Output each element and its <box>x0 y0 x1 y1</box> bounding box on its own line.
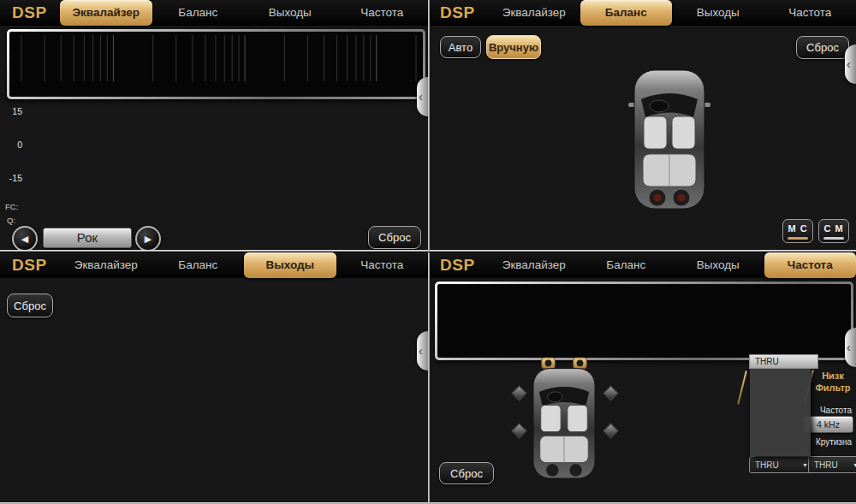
tab-balance[interactable]: Баланс <box>152 0 245 26</box>
tab-outputs[interactable]: Выходы <box>672 0 764 26</box>
cm-underline <box>823 237 844 240</box>
edge-handle[interactable]: ‹ <box>417 331 428 371</box>
slope-dropdown-selected[interactable]: THRU <box>749 354 818 369</box>
speaker-icon <box>603 385 618 400</box>
tab-balance[interactable]: Баланс <box>152 252 245 278</box>
edge-handle[interactable]: ‹ <box>845 328 856 367</box>
eq-scale-mid: 0 <box>2 139 22 150</box>
speaker-icon <box>511 423 526 438</box>
balance-panel: DSPЭквалайзерБалансВыходыЧастота Авто Вр… <box>428 0 856 252</box>
tab-frequency[interactable]: Частота <box>336 0 429 26</box>
outputs-reset-button[interactable]: Сброс <box>7 294 53 317</box>
auto-button[interactable]: Авто <box>440 36 481 58</box>
tab-outputs[interactable]: Выходы <box>244 252 336 278</box>
mc-label: M C <box>788 223 807 234</box>
q-row-label: Q: <box>7 216 15 225</box>
fc-row-label: FC: <box>5 202 18 211</box>
caret-down-icon: ▼ <box>853 462 856 468</box>
tab-balance[interactable]: Баланс <box>580 0 673 26</box>
hpf-slope-select[interactable]: THRU▼ <box>808 456 856 473</box>
dsp-logo: DSP <box>428 252 488 278</box>
slope-dropdown-list <box>750 368 811 456</box>
header-equalizer: DSPЭквалайзерБалансВыходыЧастота <box>0 0 428 26</box>
header-balance: DSPЭквалайзерБалансВыходыЧастота <box>428 0 856 26</box>
tab-equalizer[interactable]: Эквалайзер <box>60 0 152 26</box>
tab-frequency[interactable]: Частота <box>764 0 856 26</box>
left-filter-tab-edge <box>737 371 747 404</box>
eq-scale-min: -15 <box>2 173 22 183</box>
caret-down-icon: ▼ <box>802 462 808 468</box>
cm-label: C M <box>823 223 843 234</box>
dsp-logo: DSP <box>428 0 488 26</box>
chevron-left-icon: ‹ <box>419 343 423 359</box>
tab-equalizer[interactable]: Эквалайзер <box>60 252 152 278</box>
edge-handle[interactable]: ‹ <box>417 77 428 116</box>
car-top-view-small <box>526 357 602 482</box>
dsp-screen: DSPЭквалайзерБалансВыходыЧастота 15 0 -1… <box>0 0 856 504</box>
xo-graph-frame <box>435 282 853 360</box>
car-top-view <box>627 68 712 214</box>
eq-graph <box>9 32 423 97</box>
tab-balance[interactable]: Баланс <box>580 252 673 278</box>
tab-frequency[interactable]: Частота <box>336 252 429 278</box>
low-filter-line2: Фильтр <box>812 382 853 394</box>
cm-button[interactable]: C M <box>818 219 849 243</box>
tab-outputs[interactable]: Выходы <box>672 252 764 278</box>
preset-display[interactable]: Рок <box>43 228 132 248</box>
manual-button[interactable]: Вручную <box>486 35 541 59</box>
low-filter-line1: Низк <box>812 371 853 382</box>
tab-equalizer[interactable]: Эквалайзер <box>488 252 580 278</box>
balance-reset-button[interactable]: Сброс <box>796 36 849 59</box>
lpf-slope-value: THRU <box>755 460 779 470</box>
preset-prev-button[interactable]: ◀ <box>12 226 38 252</box>
header-outputs: DSPЭквалайзерБалансВыходыЧастота <box>0 252 428 278</box>
speaker-icon <box>511 385 526 400</box>
outputs-panel: DSPЭквалайзерБалансВыходыЧастота Сброс ‹ <box>0 252 428 504</box>
frequency-panel: DSPЭквалайзерБалансВыходыЧастота Сброс <box>428 252 856 504</box>
xo-graph <box>437 284 851 358</box>
eq-reset-button[interactable]: Сброс <box>368 226 421 249</box>
edge-handle[interactable]: ‹ <box>845 44 856 84</box>
lpf-slope-select[interactable]: THRU▼ <box>749 456 812 473</box>
xo-reset-button[interactable]: Сброс <box>439 462 494 484</box>
xo-curve-svg <box>437 284 694 358</box>
dsp-logo: DSP <box>0 0 60 26</box>
equalizer-panel: DSPЭквалайзерБалансВыходыЧастота 15 0 -1… <box>0 0 428 252</box>
header-frequency: DSPЭквалайзерБалансВыходыЧастота <box>428 252 856 278</box>
tab-frequency[interactable]: Частота <box>764 252 856 278</box>
hpf-slope-value: THRU <box>814 460 838 470</box>
dsp-logo: DSP <box>0 252 60 278</box>
preset-next-button[interactable]: ▶ <box>135 226 161 252</box>
chevron-left-icon: ‹ <box>847 340 851 355</box>
eq-scale-max: 15 <box>2 106 22 116</box>
mc-underline <box>788 237 808 240</box>
mc-button[interactable]: M C <box>782 219 813 243</box>
eq-curve-svg <box>9 32 418 92</box>
chevron-left-icon: ‹ <box>419 89 423 104</box>
speaker-icon <box>603 423 618 438</box>
chevron-left-icon: ‹ <box>847 56 851 72</box>
tab-outputs[interactable]: Выходы <box>244 0 336 26</box>
eq-graph-frame <box>7 29 425 99</box>
tab-equalizer[interactable]: Эквалайзер <box>488 0 580 26</box>
low-filter-tab[interactable]: Низк Фильтр <box>812 371 853 394</box>
